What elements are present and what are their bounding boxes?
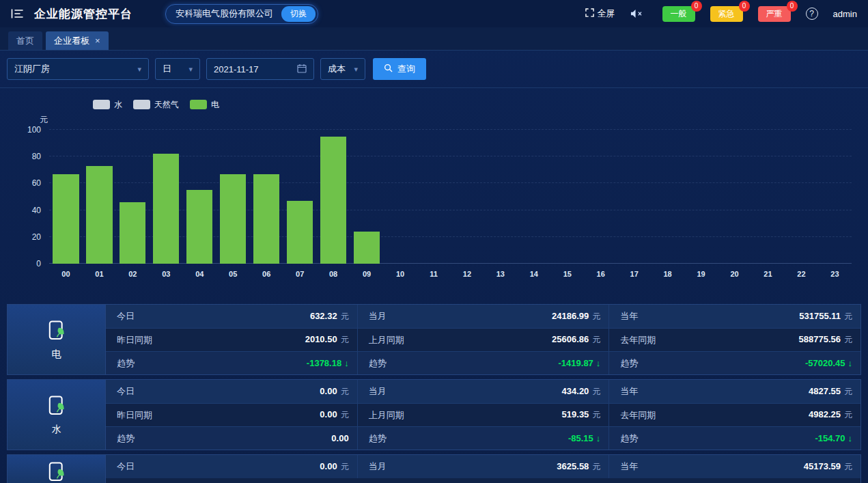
- legend-swatch: [93, 100, 110, 109]
- period-select-value: 日: [163, 63, 171, 75]
- stat-cell: 当年4827.55元: [608, 380, 860, 403]
- chart-plot: [49, 130, 852, 264]
- energy-meter-icon: [45, 319, 68, 345]
- tab-home-label: 首页: [16, 35, 34, 47]
- fullscreen-icon: [585, 8, 594, 19]
- stat-value-group: 632.32元: [310, 311, 349, 322]
- bar-slot: [150, 130, 183, 264]
- bar[interactable]: [354, 232, 380, 264]
- legend-item[interactable]: 天然气: [133, 99, 179, 111]
- date-picker-value: 2021-11-17: [214, 64, 259, 74]
- trend-down-icon: ↓: [596, 358, 601, 368]
- query-button-label: 查询: [397, 63, 415, 75]
- alarm-normal-label: 一般: [671, 9, 687, 18]
- chevron-down-icon: ▾: [354, 65, 358, 74]
- energy-type-cell: 水: [8, 380, 106, 450]
- bar-slot: [283, 130, 317, 264]
- bar[interactable]: [253, 174, 279, 264]
- bar-slot: [751, 130, 785, 264]
- bar[interactable]: [86, 166, 112, 264]
- stat-cell: 趋势-154.70↓: [608, 427, 860, 450]
- tab-enterprise-dashboard-label: 企业看板: [54, 35, 89, 47]
- tab-enterprise-dashboard[interactable]: 企业看板 ×: [46, 31, 109, 50]
- stat-label: 昨日同期: [117, 409, 152, 422]
- stat-value-group: 25606.86元: [552, 334, 600, 346]
- mute-speaker-icon[interactable]: [630, 9, 642, 18]
- bar-slot: [417, 130, 450, 264]
- stat-unit: 元: [592, 409, 600, 421]
- stat-unit: 元: [341, 386, 349, 398]
- company-selector: 安科瑞电气股份有限公司 切换: [165, 4, 318, 24]
- table-row-group: 电今日632.32元当月24186.99元当年531755.11元昨日同期201…: [7, 304, 861, 375]
- stat-value-group: -57020.45↓: [805, 358, 852, 368]
- x-tick-label: 07: [283, 270, 317, 278]
- bar-slot: [116, 130, 150, 264]
- metric-select[interactable]: 成本 ▾: [320, 58, 365, 80]
- energy-cost-chart-section: 水天然气电 元 020406080100 0001020304050607080…: [0, 88, 868, 278]
- stat-label: 去年同期: [620, 409, 656, 422]
- bar[interactable]: [153, 154, 179, 264]
- alarm-urgent-button[interactable]: 紧急 0: [710, 6, 743, 22]
- bar-slot: [785, 130, 818, 264]
- stat-label: 趋势: [369, 432, 387, 445]
- stat-unit: 元: [341, 461, 349, 473]
- stat-value-group: -154.70↓: [815, 433, 852, 443]
- site-select[interactable]: 江阴厂房 ▾: [7, 58, 149, 80]
- bar[interactable]: [53, 174, 79, 264]
- bar-slot: [216, 130, 250, 264]
- stat-value: -1378.18: [307, 358, 341, 368]
- alarm-normal-badge: 0: [691, 1, 702, 12]
- bar[interactable]: [320, 137, 346, 264]
- app-header: 企业能源管控平台 安科瑞电气股份有限公司 切换 全屏 一般 0: [0, 0, 868, 27]
- table-row: 昨日同期2010.50元上月同期25606.86元去年同期588775.56元: [106, 328, 860, 351]
- table-row: 今日0.00元当月434.20元当年4827.55元: [106, 380, 860, 403]
- bar[interactable]: [220, 174, 246, 264]
- x-tick-label: 17: [617, 270, 651, 278]
- x-tick-label: 20: [718, 270, 751, 278]
- energy-meter-icon: [45, 460, 68, 483]
- x-tick-label: 12: [450, 270, 484, 278]
- stat-value-group: 0.00元: [320, 461, 348, 473]
- username[interactable]: admin: [833, 9, 857, 19]
- bar[interactable]: [186, 190, 212, 264]
- x-tick-label: 15: [550, 270, 584, 278]
- stat-cell: 去年同期4982.25元: [608, 404, 860, 426]
- stat-value: 0.00: [320, 409, 337, 419]
- stat-label: 趋势: [620, 357, 638, 370]
- bar[interactable]: [120, 202, 145, 264]
- stat-unit: 元: [844, 386, 852, 398]
- query-button[interactable]: 查询: [373, 58, 426, 80]
- legend-item[interactable]: 水: [93, 99, 122, 111]
- alarm-severe-badge: 0: [787, 1, 798, 12]
- tab-home[interactable]: 首页: [8, 31, 42, 50]
- switch-company-button[interactable]: 切换: [281, 6, 316, 22]
- table-row-group: 今日0.00元当月3625.58元当年45173.59元: [7, 454, 861, 483]
- stat-label: 上月同期: [369, 409, 404, 422]
- company-name: 安科瑞电气股份有限公司: [176, 8, 273, 20]
- site-select-value: 江阴厂房: [14, 63, 50, 75]
- date-picker[interactable]: 2021-11-17: [206, 58, 314, 80]
- bar[interactable]: [287, 201, 313, 264]
- bar-slot: [83, 130, 116, 264]
- stat-unit: 元: [844, 311, 852, 322]
- table-row: 趋势-1378.18↓趋势-1419.87↓趋势-57020.45↓: [106, 351, 860, 374]
- close-tab-icon[interactable]: ×: [95, 36, 100, 46]
- alarm-normal-button[interactable]: 一般 0: [662, 6, 695, 22]
- stat-value-group: 3625.58元: [557, 461, 600, 473]
- x-tick-label: 19: [684, 270, 718, 278]
- x-tick-label: 08: [317, 270, 350, 278]
- alarm-severe-button[interactable]: 严重 0: [758, 6, 791, 22]
- fullscreen-button[interactable]: 全屏: [585, 8, 615, 20]
- trend-down-icon: ↓: [596, 433, 601, 443]
- legend-item[interactable]: 电: [190, 99, 219, 111]
- stat-unit: 元: [592, 311, 600, 322]
- stat-value: 588775.56: [799, 334, 841, 344]
- bar-slot: [517, 130, 550, 264]
- period-select[interactable]: 日 ▾: [155, 58, 200, 80]
- menu-collapse-icon[interactable]: [11, 8, 23, 19]
- stat-cell: 去年同期588775.56元: [608, 329, 860, 351]
- stat-value: -57020.45: [805, 358, 845, 368]
- table-row: 趋势0.00趋势-85.15↓趋势-154.70↓: [106, 426, 860, 450]
- y-tick-label: 20: [32, 232, 41, 242]
- help-icon[interactable]: ?: [806, 8, 818, 20]
